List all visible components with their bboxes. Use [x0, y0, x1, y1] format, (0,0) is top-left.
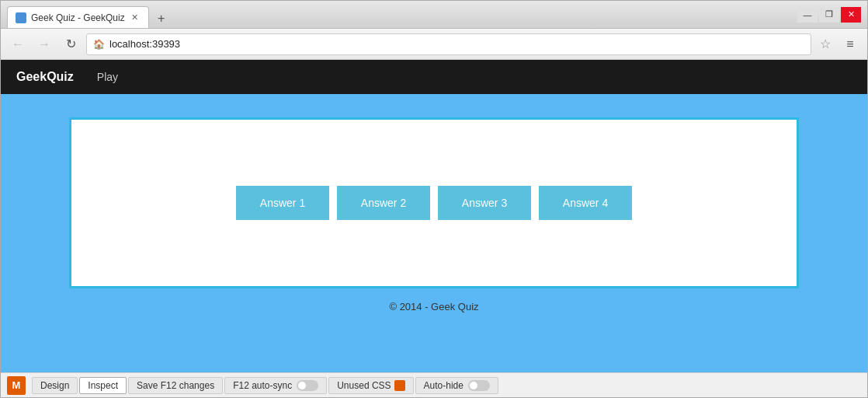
answer-2-button[interactable]: Answer 2	[337, 186, 430, 220]
forward-button[interactable]: →	[33, 33, 55, 55]
answers-row: Answer 1 Answer 2 Answer 3 Answer 4	[236, 186, 632, 220]
nav-bar: ← → ↻ 🏠 localhost:39393 ☆ ≡	[1, 29, 867, 60]
address-lock-icon: 🏠	[93, 39, 105, 50]
answer-4-button[interactable]: Answer 4	[539, 186, 632, 220]
menu-button[interactable]: ≡	[839, 33, 861, 55]
browser-window: Geek Quiz - GeekQuiz ✕ + — ❐ ✕ ← → ↻ 🏠 l…	[0, 0, 868, 398]
save-button[interactable]: Save F12 changes	[128, 377, 223, 394]
browser-tab[interactable]: Geek Quiz - GeekQuiz ✕	[7, 6, 149, 28]
autosync-toggle[interactable]	[297, 380, 318, 391]
restore-button[interactable]: ❐	[819, 7, 839, 23]
unused-css-button[interactable]: Unused CSS	[328, 377, 413, 394]
autosync-button[interactable]: F12 auto-sync	[224, 377, 327, 394]
minimize-button[interactable]: —	[797, 7, 818, 23]
dev-toolbar: M Design Inspect Save F12 changes F12 au…	[1, 372, 867, 397]
play-nav-link[interactable]: Play	[97, 71, 118, 83]
dev-logo-icon: M	[7, 376, 26, 395]
app-navbar: GeekQuiz Play	[1, 60, 867, 94]
window-controls: — ❐ ✕	[797, 7, 861, 23]
address-text: localhost:39393	[109, 38, 804, 50]
answer-3-button[interactable]: Answer 3	[438, 186, 531, 220]
autohide-toggle[interactable]	[468, 380, 490, 391]
unused-css-badge	[394, 380, 405, 391]
quiz-container: Answer 1 Answer 2 Answer 3 Answer 4	[69, 117, 799, 288]
autohide-label: Auto-hide	[424, 380, 464, 391]
reload-button[interactable]: ↻	[60, 33, 82, 55]
unused-css-label: Unused CSS	[337, 380, 391, 391]
bookmark-button[interactable]: ☆	[816, 35, 835, 54]
page-content: GeekQuiz Play Answer 1 Answer 2 Answer 3…	[1, 60, 867, 372]
autosync-toggle-knob	[298, 382, 306, 389]
page-footer: © 2014 - Geek Quiz	[373, 288, 494, 325]
tab-bar: Geek Quiz - GeekQuiz ✕ +	[7, 1, 791, 28]
footer-copyright: © 2014 - Geek Quiz	[389, 301, 478, 312]
autohide-toggle-knob	[470, 382, 477, 389]
autosync-label: F12 auto-sync	[233, 380, 292, 391]
main-area: Answer 1 Answer 2 Answer 3 Answer 4 © 20…	[1, 94, 867, 372]
answer-1-button[interactable]: Answer 1	[236, 186, 329, 220]
tab-title: Geek Quiz - GeekQuiz	[31, 12, 125, 23]
app-brand: GeekQuiz	[16, 70, 74, 84]
address-bar[interactable]: 🏠 localhost:39393	[86, 33, 811, 55]
inspect-button[interactable]: Inspect	[79, 377, 127, 394]
autohide-button[interactable]: Auto-hide	[415, 377, 498, 394]
tab-close-button[interactable]: ✕	[130, 12, 141, 23]
new-tab-button[interactable]: +	[152, 9, 171, 28]
design-button[interactable]: Design	[32, 377, 78, 394]
title-bar: Geek Quiz - GeekQuiz ✕ + — ❐ ✕	[1, 1, 867, 29]
back-button[interactable]: ←	[7, 33, 29, 55]
tab-favicon	[16, 12, 26, 23]
close-button[interactable]: ✕	[841, 7, 861, 23]
